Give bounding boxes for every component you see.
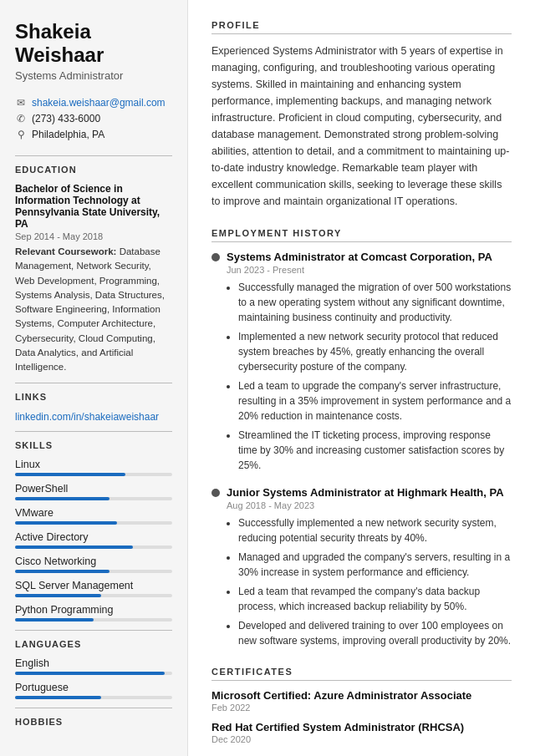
linkedin-item: linkedin.com/in/shakeiaweishaar [15, 410, 172, 423]
skill-item: PowerShell [15, 483, 172, 500]
job-bullet: Led a team to upgrade the company's serv… [238, 378, 512, 424]
links-section: linkedin.com/in/shakeiaweishaar [15, 410, 172, 423]
skill-name: PowerShell [15, 483, 172, 495]
skill-item: Cisco Networking [15, 556, 172, 573]
phone-text: (273) 433-6000 [32, 113, 100, 124]
job-bullets: Successfully implemented a new network s… [227, 515, 512, 648]
skill-bar-bg [15, 521, 172, 525]
cert-name: Red Hat Certified System Administrator (… [211, 721, 512, 733]
education-date: Sep 2014 - May 2018 [15, 231, 172, 241]
candidate-title: Systems Administrator [15, 69, 172, 82]
skill-bar-bg [15, 570, 172, 573]
language-bar-bg [15, 696, 172, 699]
language-item: Portuguese [15, 682, 172, 699]
job-entry: Systems Administrator at Comcast Corpora… [211, 251, 512, 473]
skill-item: VMware [15, 507, 172, 525]
languages-section: English Portuguese [15, 657, 172, 699]
contact-section: ✉ shakeia.weishaar@gmail.com ✆ (273) 433… [15, 97, 172, 140]
profile-text: Experienced Systems Administrator with 5… [211, 43, 512, 210]
skills-section: Linux PowerShell VMware Active Directory… [15, 459, 172, 622]
skill-bar-bg [15, 618, 172, 622]
cert-item: Microsoft Certified: Azure Administrator… [211, 689, 512, 713]
divider-languages [15, 630, 172, 631]
skill-name: Cisco Networking [15, 556, 172, 567]
phone-item: ✆ (273) 433-6000 [15, 113, 172, 124]
location-item: ⚲ Philadelphia, PA [15, 129, 172, 140]
language-item: English [15, 657, 172, 675]
email-item: ✉ shakeia.weishaar@gmail.com [15, 97, 172, 109]
links-section-title: LINKS [15, 392, 172, 402]
education-coursework: Relevant Coursework: Database Management… [15, 245, 172, 374]
location-text: Philadelphia, PA [32, 129, 104, 140]
languages-section-title: LANGUAGES [15, 639, 172, 649]
skill-bar-fill [15, 594, 101, 597]
jobs-container: Systems Administrator at Comcast Corpora… [211, 251, 512, 648]
main-content: PROFILE Experienced Systems Administrato… [188, 0, 535, 756]
job-dot [211, 253, 220, 261]
job-header: Systems Administrator at Comcast Corpora… [211, 251, 512, 263]
language-name: English [15, 657, 172, 669]
skill-item: Python Programming [15, 604, 172, 622]
job-title: Systems Administrator at Comcast Corpora… [227, 251, 492, 263]
sidebar: Shakeia Weishaar Systems Administrator ✉… [0, 0, 188, 756]
skill-bar-fill [15, 521, 117, 525]
language-name: Portuguese [15, 682, 172, 693]
employment-section: EMPLOYMENT HISTORY Systems Administrator… [211, 228, 512, 648]
education-section-title: EDUCATION [15, 165, 172, 175]
skill-name: Python Programming [15, 604, 172, 616]
divider-links [15, 383, 172, 383]
skill-item: Linux [15, 459, 172, 476]
skill-bar-bg [15, 594, 172, 597]
job-bullets: Successfully managed the migration of ov… [227, 280, 512, 473]
job-bullet: Streamlined the IT ticketing process, im… [238, 428, 512, 473]
skill-name: VMware [15, 507, 172, 519]
language-bar-fill [15, 672, 165, 675]
job-date: Jun 2023 - Present [227, 265, 512, 275]
phone-icon: ✆ [15, 113, 27, 124]
hobbies-section-title: HOBBIES [15, 717, 172, 727]
email-link[interactable]: shakeia.weishaar@gmail.com [32, 97, 166, 109]
job-entry: Junior Systems Administrator at Highmark… [211, 486, 512, 648]
divider-skills [15, 431, 172, 432]
divider-hobbies [15, 708, 172, 708]
job-date: Aug 2018 - May 2023 [227, 500, 512, 510]
job-bullet: Managed and upgraded the company's serve… [238, 550, 512, 580]
skill-item: SQL Server Management [15, 580, 172, 597]
language-bar-bg [15, 672, 172, 675]
language-bar-fill [15, 696, 101, 699]
certs-container: Microsoft Certified: Azure Administrator… [211, 689, 512, 744]
education-degree: Bachelor of Science in Information Techn… [15, 183, 172, 230]
cert-item: Red Hat Certified System Administrator (… [211, 721, 512, 744]
job-bullet: Successfully implemented a new network s… [238, 515, 512, 545]
location-icon: ⚲ [15, 129, 27, 140]
cert-date: Dec 2020 [211, 734, 512, 744]
skill-bar-fill [15, 497, 110, 500]
job-title: Junior Systems Administrator at Highmark… [227, 486, 504, 499]
skill-bar-fill [15, 545, 133, 549]
job-header: Junior Systems Administrator at Highmark… [211, 486, 512, 499]
cert-date: Feb 2022 [211, 703, 512, 713]
profile-section-title: PROFILE [211, 20, 512, 34]
cert-name: Microsoft Certified: Azure Administrator… [211, 689, 512, 702]
certificates-section: CERTIFICATES Microsoft Certified: Azure … [211, 667, 512, 744]
employment-section-title: EMPLOYMENT HISTORY [211, 228, 512, 242]
job-bullet: Developed and delivered training to over… [238, 618, 512, 648]
job-bullet: Implemented a new network security proto… [238, 329, 512, 374]
skill-bar-bg [15, 473, 172, 476]
job-bullet: Successfully managed the migration of ov… [238, 280, 512, 325]
skills-section-title: SKILLS [15, 440, 172, 450]
skill-name: SQL Server Management [15, 580, 172, 591]
skill-bar-bg [15, 497, 172, 500]
linkedin-link[interactable]: linkedin.com/in/shakeiaweishaar [15, 411, 159, 423]
skill-bar-fill [15, 473, 125, 476]
job-dot [211, 489, 220, 497]
email-icon: ✉ [15, 97, 27, 109]
certificates-section-title: CERTIFICATES [211, 667, 512, 681]
profile-section: PROFILE Experienced Systems Administrato… [211, 20, 512, 210]
skill-bar-fill [15, 570, 110, 573]
resume-container: Shakeia Weishaar Systems Administrator ✉… [0, 0, 535, 756]
skill-bar-fill [15, 618, 94, 622]
skill-item: Active Directory [15, 531, 172, 549]
skill-name: Active Directory [15, 531, 172, 543]
skill-bar-bg [15, 545, 172, 549]
